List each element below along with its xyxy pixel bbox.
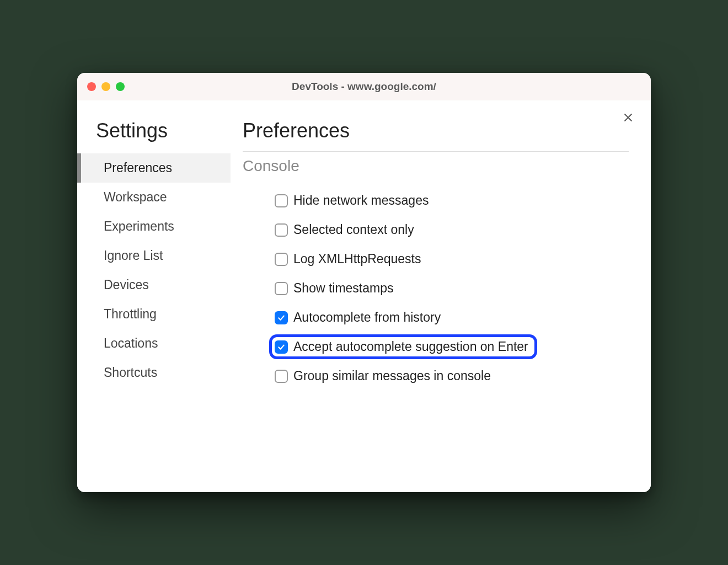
sidebar-item-label: Throttling [104,307,157,321]
traffic-lights [87,82,125,91]
sidebar-item-shortcuts[interactable]: Shortcuts [77,358,231,387]
option-label: Log XMLHttpRequests [293,252,421,266]
window-minimize-button[interactable] [101,82,110,91]
checkbox[interactable] [275,370,288,383]
sidebar-item-label: Preferences [104,161,172,175]
checkbox[interactable] [275,282,288,295]
option-label: Selected context only [293,222,414,237]
sidebar-item-label: Devices [104,278,149,292]
sidebar-item-workspace[interactable]: Workspace [77,183,231,212]
sidebar-item-label: Experiments [104,219,174,233]
window-zoom-button[interactable] [116,82,125,91]
divider [243,151,629,152]
sidebar-item-label: Ignore List [104,248,163,263]
sidebar-item-locations[interactable]: Locations [77,329,231,358]
option-row: Log XMLHttpRequests [269,247,429,271]
title-bar: DevTools - www.google.com/ [77,73,651,100]
close-settings-button[interactable] [621,110,635,125]
window-title: DevTools - www.google.com/ [87,81,641,93]
checkbox[interactable] [275,340,288,354]
checkbox[interactable] [275,311,288,324]
sidebar-item-ignore-list[interactable]: Ignore List [77,241,231,270]
window-close-button[interactable] [87,82,96,91]
checkbox[interactable] [275,253,288,266]
option-label: Autocomplete from history [293,310,441,325]
option-row: Selected context only [269,217,422,242]
section-title: Console [243,157,629,175]
devtools-window: DevTools - www.google.com/ Settings Pref… [77,73,651,492]
sidebar-item-throttling[interactable]: Throttling [77,300,231,329]
content-area: Settings PreferencesWorkspaceExperiments… [77,100,651,492]
option-label: Accept autocomplete suggestion on Enter [293,339,528,354]
option-row: Autocomplete from history [269,305,448,330]
sidebar-title: Settings [96,119,231,142]
option-label: Group similar messages in console [293,369,491,383]
sidebar-item-label: Shortcuts [104,365,157,380]
sidebar-item-experiments[interactable]: Experiments [77,212,231,241]
checkmark-icon [277,343,286,351]
close-icon [623,113,633,122]
sidebar-item-label: Workspace [104,190,167,204]
sidebar-item-label: Locations [104,336,158,350]
checkmark-icon [277,313,286,322]
preferences-pane: Preferences Console Hide network message… [231,100,651,492]
option-label: Hide network messages [293,193,429,208]
option-row: Accept autocomplete suggestion on Enter [269,334,537,359]
settings-sidebar: Settings PreferencesWorkspaceExperiments… [77,100,231,492]
option-row: Show timestamps [269,276,402,301]
sidebar-item-devices[interactable]: Devices [77,270,231,300]
option-row: Group similar messages in console [269,364,499,388]
sidebar-items: PreferencesWorkspaceExperimentsIgnore Li… [96,153,231,387]
pane-title: Preferences [243,119,629,142]
checkbox[interactable] [275,223,288,237]
checkbox[interactable] [275,194,288,207]
options-list: Hide network messagesSelected context on… [243,188,629,388]
sidebar-item-preferences[interactable]: Preferences [77,153,231,183]
option-row: Hide network messages [269,188,436,213]
option-label: Show timestamps [293,281,394,296]
